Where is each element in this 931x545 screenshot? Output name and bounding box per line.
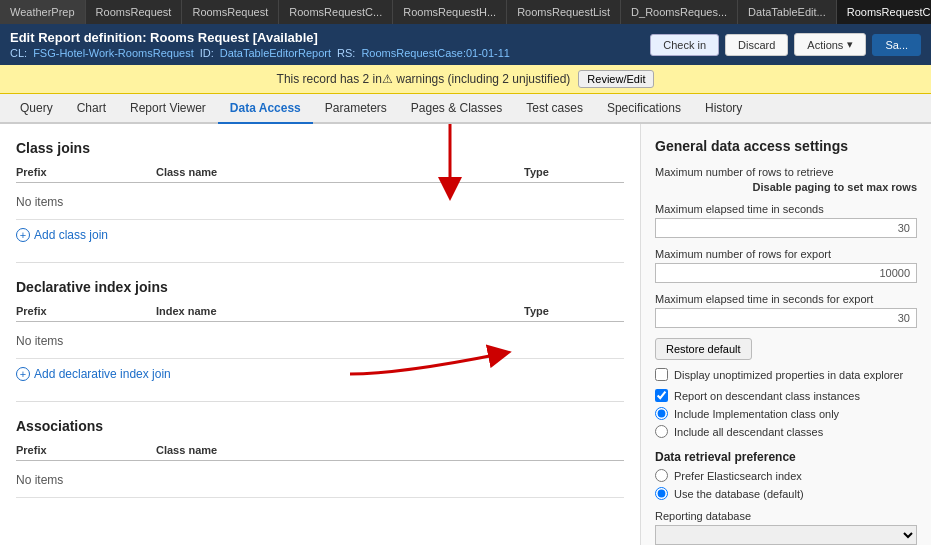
max-time-export-input[interactable] (655, 308, 917, 328)
database-row: Use the database (default) (655, 487, 917, 500)
display-unoptimized-label: Display unoptimized properties in data e… (674, 369, 903, 381)
dec-type-header: Type (524, 305, 624, 317)
declarative-index-joins-section: Declarative index joins Prefix Index nam… (16, 279, 624, 381)
warning-bar: This record has 2 in⚠ warnings (includin… (0, 65, 931, 94)
all-descendant-radio[interactable] (655, 425, 668, 438)
report-descendant-checkbox[interactable] (655, 389, 668, 402)
all-descendant-label: Include all descendant classes (674, 426, 823, 438)
review-edit-button[interactable]: Review/Edit (578, 70, 654, 88)
header-bar: Edit Report definition: Rooms Request [A… (0, 24, 931, 65)
max-time-label: Maximum elapsed time in seconds (655, 203, 917, 215)
implementation-only-label: Include Implementation class only (674, 408, 839, 420)
tab-test-cases[interactable]: Test cases (514, 94, 595, 124)
cl-label: CL: (10, 47, 27, 59)
reporting-db-select[interactable] (655, 525, 917, 545)
header-meta: CL: FSG-Hotel-Work-RoomsRequest ID: Data… (10, 47, 510, 59)
type-header: Type (524, 166, 624, 178)
page-title: Edit Report definition: Rooms Request [A… (10, 30, 510, 45)
display-unoptimized-checkbox[interactable] (655, 368, 668, 381)
max-rows-export-label: Maximum number of rows for export (655, 248, 917, 260)
tab-roomsrequestcase[interactable]: RoomsRequestCase (837, 0, 931, 24)
prefix-header: Prefix (16, 166, 156, 178)
tab-roomsrequestlist[interactable]: RoomsRequestList (507, 0, 621, 24)
tab-report-viewer[interactable]: Report Viewer (118, 94, 218, 124)
implementation-only-row: Include Implementation class only (655, 407, 917, 420)
associations-header: Prefix Class name (16, 444, 624, 461)
class-joins-no-items: No items (16, 189, 624, 220)
class-joins-section: Class joins Prefix Class name Type No it… (16, 140, 624, 242)
main-content: Class joins Prefix Class name Type No it… (0, 124, 931, 545)
right-panel-title: General data access settings (655, 138, 917, 154)
assoc-prefix-header: Prefix (16, 444, 156, 456)
chevron-down-icon: ▾ (847, 38, 853, 51)
divider-1 (16, 262, 624, 263)
id-value: DataTableEditorReport (220, 47, 331, 59)
classname-header: Class name (156, 166, 524, 178)
dec-indexname-header: Index name (156, 305, 524, 317)
actions-button[interactable]: Actions ▾ (794, 33, 866, 56)
tab-roomsrequest-2[interactable]: RoomsRequest (182, 0, 279, 24)
divider-2 (16, 401, 624, 402)
add-declarative-join-label: Add declarative index join (34, 367, 171, 381)
database-label: Use the database (default) (674, 488, 804, 500)
class-joins-header: Prefix Class name Type (16, 166, 624, 183)
rs-value: RoomsRequestCase:01-01-11 (361, 47, 510, 59)
max-rows-export-input[interactable] (655, 263, 917, 283)
data-retrieval-title: Data retrieval preference (655, 450, 917, 464)
nav-tab-bar: Query Chart Report Viewer Data Access Pa… (0, 94, 931, 124)
tab-query[interactable]: Query (8, 94, 65, 124)
database-radio[interactable] (655, 487, 668, 500)
warning-text: This record has 2 in⚠ warnings (includin… (277, 72, 571, 86)
id-label: ID: (200, 47, 214, 59)
declarative-joins-title: Declarative index joins (16, 279, 624, 295)
elasticsearch-row: Prefer Elasticsearch index (655, 469, 917, 482)
associations-section: Associations Prefix Class name No items (16, 418, 624, 498)
declarative-joins-no-items: No items (16, 328, 624, 359)
cl-value[interactable]: FSG-Hotel-Work-RoomsRequest (33, 47, 194, 59)
discard-button[interactable]: Discard (725, 34, 788, 56)
tab-parameters[interactable]: Parameters (313, 94, 399, 124)
restore-default-button[interactable]: Restore default (655, 338, 752, 360)
implementation-only-radio[interactable] (655, 407, 668, 420)
add-declarative-join-link[interactable]: + Add declarative index join (16, 367, 624, 381)
tab-droomsrequest[interactable]: D_RoomsReques... (621, 0, 738, 24)
tab-datatable[interactable]: DataTableEdit... (738, 0, 837, 24)
report-descendant-row: Report on descendant class instances (655, 389, 917, 402)
max-time-input[interactable] (655, 218, 917, 238)
plus-icon: + (16, 228, 30, 242)
top-tab-bar: WeatherPrep RoomsRequest RoomsRequest Ro… (0, 0, 931, 24)
right-panel: General data access settings Maximum num… (641, 124, 931, 545)
max-time-export-label: Maximum elapsed time in seconds for expo… (655, 293, 917, 305)
reporting-db-label: Reporting database (655, 510, 917, 522)
tab-specifications[interactable]: Specifications (595, 94, 693, 124)
dec-prefix-header: Prefix (16, 305, 156, 317)
save-button[interactable]: Sa... (872, 34, 921, 56)
plus-icon-2: + (16, 367, 30, 381)
left-panel: Class joins Prefix Class name Type No it… (0, 124, 641, 545)
tab-history[interactable]: History (693, 94, 754, 124)
tab-data-access[interactable]: Data Access (218, 94, 313, 124)
header-actions: Check in Discard Actions ▾ Sa... (650, 33, 921, 56)
all-descendant-row: Include all descendant classes (655, 425, 917, 438)
tab-weatherprep[interactable]: WeatherPrep (0, 0, 86, 24)
assoc-classname-header: Class name (156, 444, 624, 456)
add-class-join-link[interactable]: + Add class join (16, 228, 624, 242)
declarative-joins-header: Prefix Index name Type (16, 305, 624, 322)
tab-roomsrequest-1[interactable]: RoomsRequest (86, 0, 183, 24)
checkin-button[interactable]: Check in (650, 34, 719, 56)
max-rows-note: Disable paging to set max rows (655, 181, 917, 193)
associations-no-items: No items (16, 467, 624, 498)
tab-pages-classes[interactable]: Pages & Classes (399, 94, 514, 124)
add-class-join-label: Add class join (34, 228, 108, 242)
tab-roomsrequestc[interactable]: RoomsRequestC... (279, 0, 393, 24)
tab-roomsrequesth[interactable]: RoomsRequestH... (393, 0, 507, 24)
report-descendant-label: Report on descendant class instances (674, 390, 860, 402)
header-info: Edit Report definition: Rooms Request [A… (10, 30, 510, 59)
elasticsearch-radio[interactable] (655, 469, 668, 482)
tab-chart[interactable]: Chart (65, 94, 118, 124)
class-joins-title: Class joins (16, 140, 624, 156)
associations-title: Associations (16, 418, 624, 434)
max-rows-label: Maximum number of rows to retrieve (655, 166, 917, 178)
rs-label: RS: (337, 47, 355, 59)
display-unoptimized-row: Display unoptimized properties in data e… (655, 368, 917, 381)
